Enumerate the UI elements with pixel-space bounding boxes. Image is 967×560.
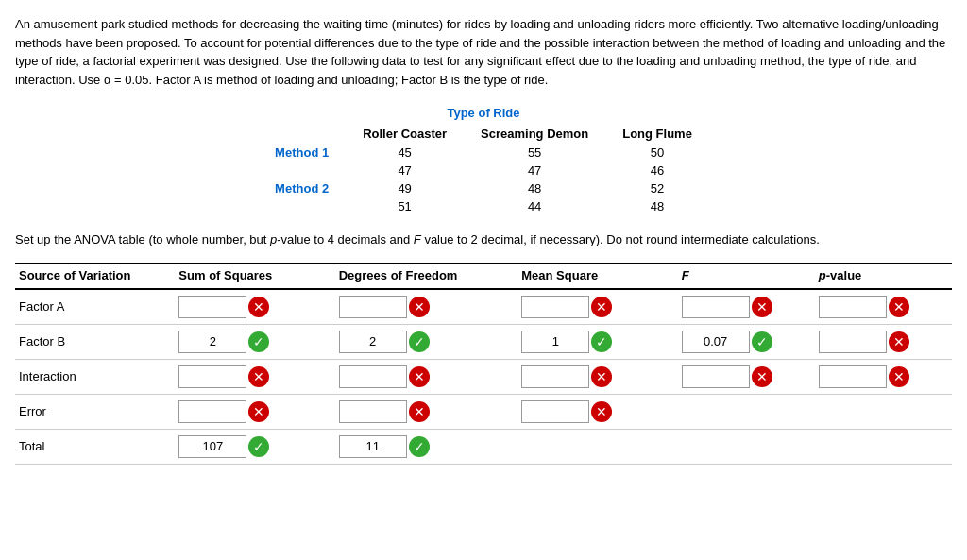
x-icon[interactable]: ✕ (591, 366, 612, 387)
ms-cell: ✕ (517, 359, 677, 394)
header-f: F (678, 263, 815, 289)
x-icon[interactable]: ✕ (591, 401, 612, 422)
ride-data-table: Roller Coaster Screaming Demon Long Flum… (258, 124, 709, 215)
x-icon[interactable]: ✕ (409, 366, 430, 387)
p-cell (815, 429, 952, 464)
ss-input[interactable] (178, 400, 246, 423)
ss-input[interactable] (178, 296, 246, 318)
x-icon[interactable]: ✕ (248, 401, 269, 422)
f-input[interactable] (682, 296, 750, 318)
cell-m1-rc-2: 47 (346, 161, 464, 179)
col-roller-coaster: Roller Coaster (346, 124, 464, 144)
x-icon[interactable]: ✕ (248, 297, 269, 317)
source-label: Interaction (15, 359, 175, 394)
cell-m1-rc-1: 45 (346, 144, 464, 161)
method1-label: Method 1 (258, 144, 346, 161)
ms-input[interactable] (521, 400, 589, 423)
df-cell: ✓ (335, 324, 518, 359)
cell-m1-sd-1: 55 (464, 144, 605, 161)
header-ss: Sum of Squares (175, 263, 334, 289)
x-icon[interactable]: ✕ (889, 331, 909, 352)
df-input[interactable] (339, 331, 407, 353)
x-icon[interactable]: ✕ (409, 401, 430, 422)
cell-m2-rc-1: 49 (346, 179, 464, 197)
x-icon[interactable]: ✕ (889, 366, 909, 387)
x-icon[interactable]: ✕ (409, 297, 430, 317)
p-input[interactable] (819, 365, 887, 388)
header-p: p-value (815, 263, 952, 289)
method2-label: Method 2 (258, 179, 346, 197)
df-input[interactable] (339, 296, 407, 318)
df-cell: ✕ (335, 359, 518, 394)
x-icon[interactable]: ✕ (591, 297, 612, 317)
ss-cell: ✕ (175, 359, 334, 394)
empty-col (258, 124, 346, 144)
table-row: Method 2 49 48 52 (258, 179, 709, 197)
x-icon[interactable]: ✕ (752, 297, 772, 317)
ss-cell: ✓ (175, 324, 334, 359)
cell-m2-lf-1: 52 (605, 179, 709, 197)
f-input[interactable] (682, 365, 750, 388)
ss-input[interactable] (178, 331, 246, 353)
header-df: Degrees of Freedom (335, 263, 518, 289)
ss-input[interactable] (178, 365, 246, 388)
check-icon[interactable]: ✓ (248, 436, 269, 457)
table-row: 47 47 46 (258, 161, 709, 179)
df-input[interactable] (339, 365, 407, 388)
ms-input[interactable] (521, 296, 589, 318)
cell-m2-sd-2: 44 (464, 197, 605, 215)
table-row: Method 1 45 55 50 (258, 144, 709, 161)
ss-cell: ✓ (175, 429, 334, 464)
ms-cell (517, 429, 677, 464)
header-ms: Mean Square (517, 263, 677, 289)
ss-input[interactable] (178, 435, 246, 458)
df-input[interactable] (339, 435, 407, 458)
f-cell (678, 429, 815, 464)
ms-cell: ✕ (517, 394, 677, 429)
p-cell: ✕ (815, 359, 952, 394)
f-cell: ✕ (678, 289, 815, 325)
cell-m2-sd-1: 48 (464, 179, 605, 197)
anova-row-total: Total✓✓ (15, 429, 952, 464)
df-input[interactable] (339, 400, 407, 423)
x-icon[interactable]: ✕ (248, 366, 269, 387)
table-row: 51 44 48 (258, 197, 709, 215)
f-input[interactable] (682, 331, 750, 353)
anova-table: Source of Variation Sum of Squares Degre… (15, 263, 952, 465)
source-label: Factor B (15, 324, 175, 359)
cell-m1-sd-2: 47 (464, 161, 605, 179)
cell-m1-lf-2: 46 (605, 161, 709, 179)
anova-row-factor-b: Factor B✓✓✓✓✕ (15, 324, 952, 359)
col-screaming-demon: Screaming Demon (464, 124, 605, 144)
x-icon[interactable]: ✕ (889, 297, 909, 317)
ms-cell: ✕ (517, 289, 677, 325)
p-input[interactable] (819, 296, 887, 318)
cell-m2-lf-2: 48 (605, 197, 709, 215)
source-label: Error (15, 394, 175, 429)
x-icon[interactable]: ✕ (752, 366, 772, 387)
instruction-paragraph: Set up the ANOVA table (to whole number,… (15, 230, 952, 249)
p-cell (815, 394, 952, 429)
empty-method (258, 161, 346, 179)
anova-row-error: Error✕✕✕ (15, 394, 952, 429)
check-icon[interactable]: ✓ (752, 331, 772, 352)
f-cell (678, 394, 815, 429)
anova-row-interaction: Interaction✕✕✕✕✕ (15, 359, 952, 394)
ms-input[interactable] (521, 331, 589, 353)
p-input[interactable] (819, 331, 887, 353)
source-label: Total (15, 429, 175, 464)
check-icon[interactable]: ✓ (409, 331, 430, 352)
f-cell: ✓ (678, 324, 815, 359)
ss-cell: ✕ (175, 394, 334, 429)
check-icon[interactable]: ✓ (409, 436, 430, 457)
p-cell: ✕ (815, 289, 952, 325)
check-icon[interactable]: ✓ (591, 331, 612, 352)
header-source: Source of Variation (15, 263, 175, 289)
ms-input[interactable] (521, 365, 589, 388)
anova-row-factor-a: Factor A✕✕✕✕✕ (15, 289, 952, 325)
cell-m1-lf-1: 50 (605, 144, 709, 161)
type-of-ride-header: Type of Ride (447, 106, 519, 120)
df-cell: ✓ (335, 429, 518, 464)
f-cell: ✕ (678, 359, 815, 394)
check-icon[interactable]: ✓ (248, 331, 269, 352)
